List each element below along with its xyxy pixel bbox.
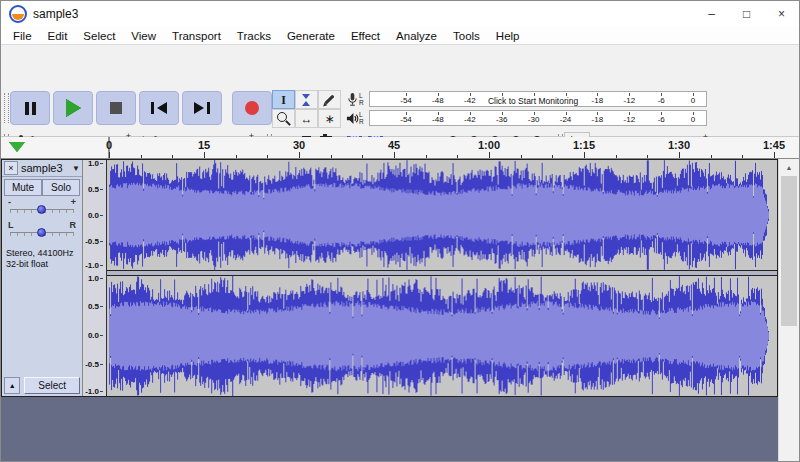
track-workspace: × sample3 ▼ Mute Solo - + L R bbox=[1, 159, 799, 462]
scale-label: -0.5 bbox=[85, 237, 103, 246]
timeline-tick bbox=[299, 152, 300, 158]
timeline-tick bbox=[616, 155, 617, 158]
draw-tool[interactable] bbox=[318, 90, 341, 109]
timeline-ruler[interactable]: 01530451:001:151:301:45 bbox=[1, 137, 799, 159]
minimize-button[interactable]: – bbox=[694, 1, 729, 27]
waveform-channel-left[interactable] bbox=[107, 160, 777, 270]
meter-channel-right: R bbox=[359, 118, 369, 126]
menu-item-effect[interactable]: Effect bbox=[343, 30, 388, 42]
menu-item-select[interactable]: Select bbox=[75, 30, 123, 42]
stop-icon bbox=[110, 102, 122, 114]
draw-tool-icon bbox=[325, 95, 335, 105]
track-name[interactable]: sample3 bbox=[21, 162, 72, 174]
menu-item-edit[interactable]: Edit bbox=[40, 30, 76, 42]
toolbar-grip[interactable] bbox=[4, 93, 9, 123]
pan-slider[interactable]: L R bbox=[8, 220, 76, 242]
timeline-label: 45 bbox=[388, 139, 400, 151]
menu-item-transport[interactable]: Transport bbox=[164, 30, 229, 42]
recording-meter-scale[interactable]: -54-48-42-18-12-60Click to Start Monitor… bbox=[369, 91, 707, 107]
timeline-tick bbox=[647, 155, 648, 158]
timeline-tick bbox=[362, 155, 363, 158]
menu-item-file[interactable]: File bbox=[5, 30, 40, 42]
skip-to-end-button[interactable] bbox=[182, 91, 222, 125]
scale-label: 1.0 bbox=[88, 274, 103, 283]
select-track-button[interactable]: Select bbox=[24, 377, 80, 394]
menu-item-generate[interactable]: Generate bbox=[279, 30, 343, 42]
scale-label: -0.5 bbox=[85, 360, 103, 369]
scroll-up-arrow[interactable]: ▲ bbox=[779, 159, 799, 176]
meter-db-label: -42 bbox=[464, 115, 476, 124]
envelope-tool[interactable] bbox=[295, 90, 318, 109]
timeline-tick bbox=[774, 152, 775, 158]
menu-item-tracks[interactable]: Tracks bbox=[229, 30, 279, 42]
vertical-scrollbar[interactable]: ▲ bbox=[778, 159, 799, 462]
timeline-tick bbox=[521, 155, 522, 158]
meter-db-label: -24 bbox=[560, 115, 572, 124]
menu-bar: FileEditSelectViewTransportTracksGenerat… bbox=[1, 27, 799, 45]
menu-item-analyze[interactable]: Analyze bbox=[388, 30, 445, 42]
play-button[interactable] bbox=[53, 91, 93, 125]
menu-item-view[interactable]: View bbox=[123, 30, 164, 42]
gain-slider[interactable]: - + bbox=[8, 197, 76, 219]
toolbar-area: I↔∗ L R -54-48-42-18-12-60Click to Start… bbox=[1, 45, 799, 137]
mute-button[interactable]: Mute bbox=[4, 179, 42, 196]
scale-label: 0.5 bbox=[88, 185, 103, 194]
record-button[interactable] bbox=[232, 91, 272, 125]
maximize-button[interactable]: □ bbox=[729, 1, 764, 27]
pause-button[interactable] bbox=[10, 91, 50, 125]
meter-db-label: -18 bbox=[592, 96, 604, 105]
slider-thumb[interactable] bbox=[37, 228, 46, 237]
meter-monitoring-message: Click to Start Monitoring bbox=[488, 96, 578, 106]
pause-icon bbox=[25, 102, 29, 115]
timeline-tick bbox=[204, 152, 205, 158]
scale-label: 0.5 bbox=[88, 302, 103, 311]
menu-item-help[interactable]: Help bbox=[488, 30, 528, 42]
multi-tool[interactable]: ∗ bbox=[318, 109, 341, 128]
timeline-label: 30 bbox=[293, 139, 305, 151]
timeline-pin-icon[interactable] bbox=[9, 142, 25, 152]
track-control-panel: × sample3 ▼ Mute Solo - + L R bbox=[2, 160, 82, 396]
vertical-scale-ruler[interactable]: 1.00.50.0-0.5-1.01.00.50.0-0.5-1.0 bbox=[82, 160, 107, 396]
selection-tool-icon: I bbox=[281, 94, 286, 106]
slider-thumb[interactable] bbox=[37, 205, 46, 214]
timeshift-tool[interactable]: ↔ bbox=[295, 109, 318, 128]
scale-label: 0.0 bbox=[88, 211, 103, 220]
title-bar: sample3 – □ × bbox=[1, 1, 799, 27]
timeline-label: 1:00 bbox=[478, 139, 500, 151]
close-button[interactable]: × bbox=[764, 1, 799, 27]
timeline-tick bbox=[236, 155, 237, 158]
zoom-tool[interactable] bbox=[272, 109, 295, 128]
waveform-channel-right[interactable] bbox=[107, 276, 777, 396]
skip-to-start-button[interactable] bbox=[139, 91, 179, 125]
envelope-tool-icon bbox=[302, 94, 311, 106]
window-controls: – □ × bbox=[694, 1, 799, 27]
timeline-tick bbox=[172, 155, 173, 158]
solo-button[interactable]: Solo bbox=[42, 179, 80, 196]
timeline-tick bbox=[552, 155, 553, 158]
track-format-line2: 32-bit float bbox=[6, 259, 82, 270]
skip-end-icon bbox=[194, 102, 204, 114]
scrollbar-thumb[interactable] bbox=[781, 176, 797, 326]
timeline-tick bbox=[584, 152, 585, 158]
track-close-button[interactable]: × bbox=[4, 161, 18, 175]
meter-channel-left: L bbox=[359, 111, 369, 119]
track-menu-dropdown-icon[interactable]: ▼ bbox=[72, 164, 80, 173]
playback-meter[interactable]: L R -54-48-42-36-30-24-18-12-60 bbox=[345, 109, 707, 127]
timeline-tick bbox=[489, 152, 490, 158]
timeline-tick bbox=[141, 155, 142, 158]
stop-button[interactable] bbox=[96, 91, 136, 125]
waveform-area bbox=[107, 160, 777, 396]
timeline-tick bbox=[679, 152, 680, 158]
timeline-label: 1:30 bbox=[668, 139, 690, 151]
timeline-label: 1:45 bbox=[763, 139, 785, 151]
selection-tool[interactable]: I bbox=[272, 90, 295, 109]
timeline-tick bbox=[267, 155, 268, 158]
menu-item-tools[interactable]: Tools bbox=[445, 30, 488, 42]
scale-label: -1.0 bbox=[85, 387, 103, 396]
meter-db-label: 0 bbox=[691, 115, 695, 124]
playback-meter-scale[interactable]: -54-48-42-36-30-24-18-12-60 bbox=[369, 110, 707, 126]
meter-db-label: 0 bbox=[691, 96, 695, 105]
recording-meter[interactable]: L R -54-48-42-18-12-60Click to Start Mon… bbox=[345, 90, 707, 108]
collapse-track-button[interactable]: ▲ bbox=[4, 377, 20, 394]
tools-toolbar: I↔∗ bbox=[272, 90, 341, 128]
